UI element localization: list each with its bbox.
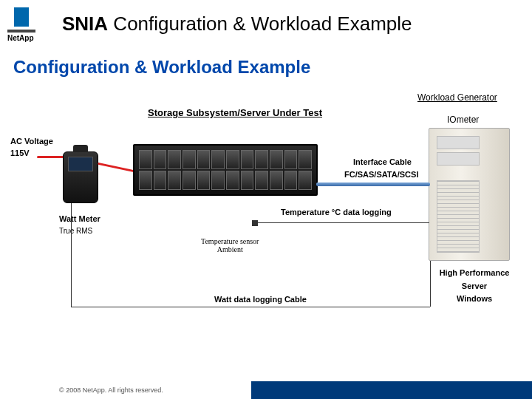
- power-cord: [37, 156, 66, 158]
- slide-header: NetApp SNIA Configuration & Workload Exa…: [0, 0, 532, 44]
- netapp-logo-text: NetApp: [7, 34, 34, 42]
- temperature-sensor-label: Temperature sensor Ambient: [201, 237, 259, 253]
- ac-voltage-label: AC Voltage: [10, 137, 53, 146]
- temperature-line: [255, 222, 429, 223]
- watt-meter-type: True RMS: [59, 227, 92, 235]
- server-desc-line3: Windows: [430, 293, 519, 306]
- watt-meter-icon: [63, 151, 98, 203]
- copyright-text: © 2008 NetApp. All rights reserved.: [0, 381, 251, 399]
- diagram-title: Configuration & Workload Example: [13, 57, 532, 78]
- watt-logging-cable-label: Watt data logging Cable: [214, 295, 307, 304]
- diagram-canvas: AC Voltage 115V Watt Meter True RMS Stor…: [7, 85, 525, 336]
- watt-meter-label: Watt Meter: [59, 214, 100, 223]
- temperature-logging-label: Temperature °C data logging: [281, 208, 392, 216]
- slide-title: SNIA Configuration & Workload Example: [62, 13, 412, 35]
- server-desc-line2: Server: [430, 280, 519, 293]
- interface-cable-line: [316, 183, 430, 186]
- server-tower-labels: High Performance Server Windows: [430, 267, 519, 306]
- netapp-logo-mark: [7, 6, 35, 33]
- interface-cable-label: Interface Cable: [353, 157, 412, 166]
- power-cord: [98, 163, 134, 172]
- slide-footer: © 2008 NetApp. All rights reserved.: [0, 381, 532, 399]
- storage-subsystem-label: Storage Subsystem/Server Under Test: [148, 107, 322, 118]
- slide-title-rest: Configuration & Workload Example: [108, 13, 412, 35]
- netapp-logo: NetApp: [7, 6, 52, 42]
- workload-tool-label: IOmeter: [447, 115, 479, 125]
- server-tower-icon: [429, 128, 510, 261]
- watt-cable-line: [71, 307, 430, 307]
- workload-generator-label: Workload Generator: [417, 92, 497, 103]
- ac-voltage-value: 115V: [10, 149, 30, 157]
- slide-title-prefix: SNIA: [62, 13, 108, 35]
- watt-cable-line: [71, 203, 72, 307]
- interface-types-label: FC/SAS/SATA/SCSI: [344, 170, 418, 179]
- watt-cable-line: [430, 261, 431, 307]
- server-desc-line1: High Performance: [430, 267, 519, 280]
- storage-array-icon: [133, 144, 318, 196]
